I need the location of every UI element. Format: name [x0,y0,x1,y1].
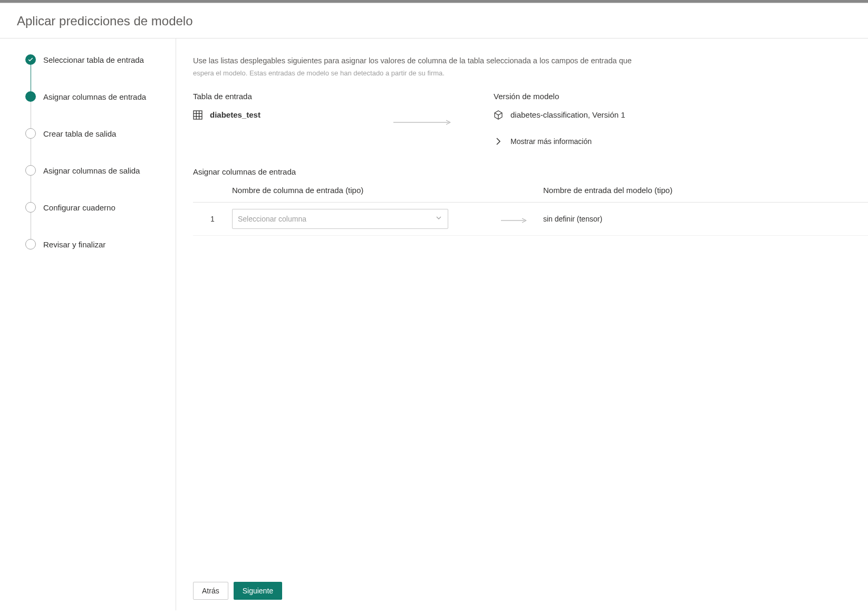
table-icon [193,110,202,120]
step-label: Asignar columnas de salida [43,166,140,175]
col-input-name-cell: Seleccionar columna [232,209,501,229]
input-table-col: Tabla de entrada diabetes_test [193,92,351,146]
step-pending-icon [25,128,36,139]
mapping-table: Nombre de columna de entrada (tipo) Nomb… [193,186,868,236]
svg-rect-0 [194,111,202,119]
row-number: 1 [193,215,232,223]
step-review-finish[interactable]: Revisar y finalizar [25,239,165,250]
input-table-name: diabetes_test [210,110,261,119]
step-pending-icon [25,202,36,213]
step-label: Revisar y finalizar [43,240,105,249]
col-arrow-header [501,186,543,195]
model-version-name: diabetes-classification, Versión 1 [510,110,625,119]
col-num-header [193,186,232,195]
back-button[interactable]: Atrás [193,582,228,600]
mapping-table-header: Nombre de columna de entrada (tipo) Nomb… [193,186,868,203]
chevron-right-icon [494,137,503,146]
step-label: Seleccionar tabla de entrada [43,55,144,64]
description-sub-text: espera el modelo. Estas entradas de mode… [193,69,868,77]
step-connector [31,139,31,165]
mapping-section-title: Asignar columnas de entrada [193,167,868,176]
step-create-output-table[interactable]: Crear tabla de salida [25,128,165,139]
step-completed-icon [25,54,36,65]
step-assign-input-columns[interactable]: Asignar columnas de entrada [25,91,165,102]
mapping-row: 1 Seleccionar columna [193,203,868,236]
step-pending-icon [25,165,36,176]
show-more-label: Mostrar más información [510,137,592,146]
col-input-name-header: Nombre de columna de entrada (tipo) [232,186,501,195]
row-arrow-cell [501,216,543,222]
next-button[interactable]: Siguiente [234,582,282,600]
step-assign-output-columns[interactable]: Asignar columnas de salida [25,165,165,176]
model-version-value-row: diabetes-classification, Versión 1 [494,110,652,120]
model-input-name: sin definir (tensor) [543,215,868,223]
chevron-down-icon [435,214,442,223]
table-model-summary: Tabla de entrada diabetes_test [193,92,868,146]
dialog-title: Aplicar predicciones de modelo [17,14,851,28]
input-table-label: Tabla de entrada [193,92,351,101]
show-more-info[interactable]: Mostrar más información [494,137,652,146]
step-label: Crear tabla de salida [43,129,116,138]
wizard-footer: Atrás Siguiente [176,571,868,610]
model-version-label: Versión de modelo [494,92,652,101]
description-text: Use las listas desplegables siguientes p… [193,55,868,67]
col-model-input-header: Nombre de entrada del modelo (tipo) [543,186,868,195]
step-connector [31,102,31,128]
column-select-dropdown[interactable]: Seleccionar columna [232,209,448,229]
model-version-col: Versión de modelo diabetes-classificatio… [494,92,652,146]
arrow-right-icon [501,216,527,222]
step-connector [31,65,31,91]
step-pending-icon [25,239,36,250]
step-active-icon [25,91,36,102]
step-configure-notebook[interactable]: Configurar cuaderno [25,202,165,213]
step-connector [31,176,31,202]
wizard-steps-sidebar: Seleccionar tabla de entrada Asignar col… [0,39,176,610]
dialog-header: Aplicar predicciones de modelo [0,3,868,39]
main-content: Use las listas desplegables siguientes p… [176,39,868,610]
content-area: Use las listas desplegables siguientes p… [176,39,868,571]
arrow-right-icon [393,118,451,123]
input-table-value-row: diabetes_test [193,110,351,120]
step-label: Asignar columnas de entrada [43,92,146,101]
step-label: Configurar cuaderno [43,203,115,212]
select-placeholder: Seleccionar columna [238,215,306,223]
step-select-input-table[interactable]: Seleccionar tabla de entrada [25,54,165,65]
cube-icon [494,110,503,120]
dialog-body: Seleccionar tabla de entrada Asignar col… [0,39,868,610]
step-connector [31,213,31,239]
